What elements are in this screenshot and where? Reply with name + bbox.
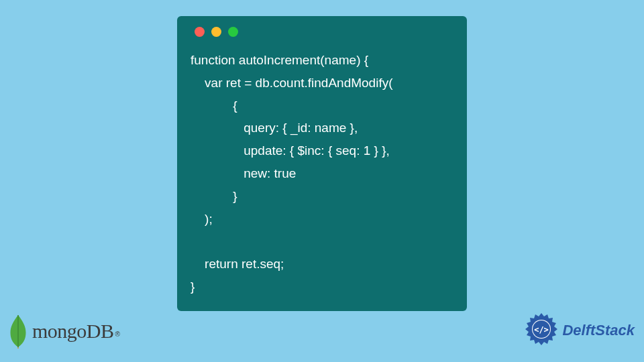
code-block: function autoIncrement(name) { var ret =… <box>191 49 453 298</box>
window-traffic-lights <box>191 27 453 37</box>
mongodb-leaf-icon <box>7 314 30 349</box>
mongodb-wordmark: mongoDB <box>32 320 114 342</box>
mongodb-logo: mongoDB® <box>7 314 120 349</box>
minimize-icon <box>211 27 221 37</box>
delftstack-wordmark: DelftStack <box>562 322 635 339</box>
svg-text:</>: </> <box>535 325 549 335</box>
registered-mark: ® <box>115 330 120 338</box>
maximize-icon <box>228 27 238 37</box>
delftstack-gear-icon: </> <box>523 312 559 349</box>
mongodb-logo-text: mongoDB® <box>32 320 120 343</box>
code-window: function autoIncrement(name) { var ret =… <box>177 16 467 311</box>
close-icon <box>195 27 205 37</box>
delftstack-logo: </> DelftStack <box>523 312 635 349</box>
